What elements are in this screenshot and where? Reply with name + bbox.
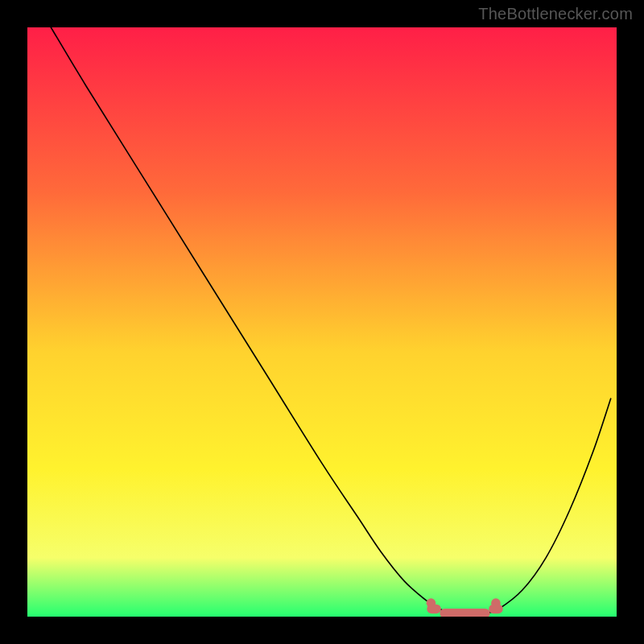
attribution-label: TheBottlenecker.com [478, 5, 633, 23]
root: TheBottlenecker.com [0, 0, 644, 644]
plateau-band-center [440, 609, 489, 617]
plateau-band-right [489, 605, 503, 614]
gradient-background [27, 27, 617, 617]
chart-svg [27, 27, 617, 617]
chart-plot-area [27, 27, 617, 617]
plateau-band-left [427, 605, 441, 614]
